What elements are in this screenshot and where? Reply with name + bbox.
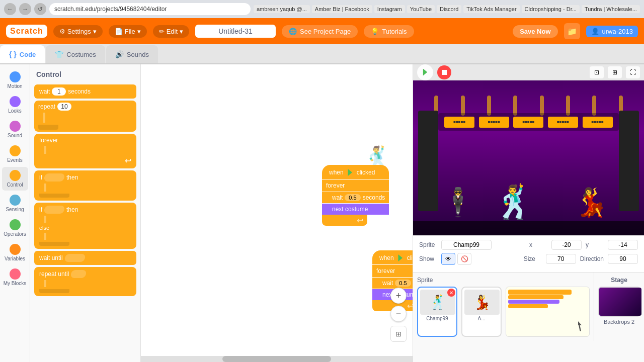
see-project-button[interactable]: 🌐 See Project Page — [282, 25, 358, 38]
bookmark-2[interactable]: Instagram — [374, 5, 405, 13]
script-stack-1[interactable]: when clicked forever wait 0.5 seconds ne… — [322, 165, 389, 226]
stage-area: ⊡ ⊞ ⛶ — [413, 64, 644, 235]
chevron-down-icon: ▾ — [137, 28, 141, 35]
sprite-name-2: A... — [464, 316, 499, 321]
settings-menu[interactable]: ⚙ Settings ▾ — [53, 25, 103, 38]
next-costume-block-1[interactable]: next costume — [322, 204, 389, 215]
show-hidden-button[interactable]: 🚫 — [457, 253, 471, 265]
size-label: Size — [524, 255, 542, 262]
script-area[interactable]: 🕺 when clicked forever wait 0.5 seconds — [141, 64, 413, 362]
y-input[interactable] — [608, 240, 638, 250]
direction-input[interactable] — [608, 254, 638, 264]
green-flag-stage-icon — [422, 69, 429, 76]
edit-menu[interactable]: ✏ Edit ▾ — [153, 25, 189, 38]
category-looks[interactable]: Looks — [2, 93, 28, 117]
browser-bar: ← → ↺ scratch.mit.edu/projects/945682404… — [0, 0, 644, 18]
bookmark-7[interactable]: Tundra | Wholesale... — [582, 5, 640, 13]
large-view-button[interactable]: ⊞ — [608, 66, 622, 78]
globe-icon: 🌐 — [289, 28, 297, 35]
performer-right: 💃 — [574, 186, 609, 219]
tutorials-button[interactable]: 💡 Tutorials — [364, 25, 414, 38]
sprite-delete-button-1[interactable]: ✕ — [447, 289, 455, 297]
scroll-reset-button[interactable]: ⊞ — [390, 326, 407, 342]
hat-block-2[interactable]: when clicked — [372, 250, 413, 264]
control-dot — [10, 170, 21, 181]
forever-block-1[interactable]: forever — [322, 179, 389, 192]
sprite-thumbnail-2: 💃 — [464, 290, 500, 315]
show-visible-button[interactable]: 👁 — [441, 253, 455, 265]
motion-dot — [10, 71, 21, 82]
right-panel: ⊡ ⊞ ⛶ — [413, 64, 644, 362]
green-flag-button[interactable] — [417, 64, 433, 80]
scrollbar-thumb[interactable] — [222, 356, 331, 362]
x-label: x — [529, 241, 547, 248]
sprite-item-champ99[interactable]: ✕ 🕺 Champ99 — [417, 287, 457, 337]
back-button[interactable]: ← — [4, 3, 16, 15]
category-events[interactable]: Events — [2, 142, 28, 166]
bookmark-4[interactable]: Discord — [437, 5, 461, 13]
performer-left: 🕴 — [441, 186, 475, 219]
tab-costumes[interactable]: 👕 Costumes — [46, 45, 105, 63]
categories-panel: Motion Looks Sound Events Control Sensin… — [0, 64, 30, 362]
category-motion[interactable]: Motion — [2, 68, 28, 92]
sprite-item-2[interactable]: 💃 A... — [461, 287, 502, 337]
if-else-block[interactable]: if then else — [34, 203, 136, 249]
stage-canvas[interactable]: ■■■■■ ■■■■■ ■■■■■ ■■■■■ ■■■■■ 🕴 🕺 💃 👥👥👥👥… — [413, 80, 644, 235]
url-bar[interactable]: scratch.mit.edu/projects/945682404/edito… — [49, 3, 251, 15]
sprite-name-input[interactable] — [441, 240, 492, 250]
tab-code[interactable]: { } Code — [0, 45, 45, 63]
category-sound[interactable]: Sound — [2, 118, 28, 141]
stage-label: Stage — [598, 277, 640, 284]
forward-button[interactable]: → — [19, 3, 31, 15]
operators-dot — [10, 219, 21, 230]
bookmark-6[interactable]: Cldropshipping - Dr... — [522, 5, 580, 13]
if-then-block[interactable]: if then — [34, 170, 136, 201]
wait-block[interactable]: wait 1 seconds — [34, 84, 136, 99]
category-sensing[interactable]: Sensing — [2, 192, 28, 215]
bookmarks-bar: ambreen yaqub @... Amber Biz | Facebook … — [254, 5, 640, 13]
bookmark-0[interactable]: ambreen yaqub @... — [254, 5, 310, 13]
hat-block-1[interactable]: when clicked — [322, 165, 389, 179]
stage-section: Stage Backdrops 2 — [594, 273, 644, 341]
zoom-out-button[interactable]: − — [390, 306, 407, 322]
category-operators[interactable]: Operators — [2, 216, 28, 240]
file-menu[interactable]: 📄 File ▾ — [109, 25, 147, 38]
x-input[interactable] — [551, 240, 582, 250]
horizontal-scrollbar[interactable] — [141, 356, 413, 362]
script-thumbnail — [506, 287, 590, 337]
wait-block-2[interactable]: wait 0.5 seconds — [372, 278, 413, 289]
file-icon: 📄 — [115, 28, 123, 35]
sprite-list-header: Sprite — [417, 277, 590, 284]
variables-dot — [10, 244, 21, 255]
looks-dot — [10, 96, 21, 107]
forever-block[interactable]: forever ↩ — [34, 134, 136, 168]
refresh-button[interactable]: ↺ — [34, 3, 46, 15]
repeat-until-block[interactable]: repeat until — [34, 267, 136, 296]
save-now-button[interactable]: Save Now — [513, 25, 557, 38]
folder-icon[interactable]: 📁 — [564, 23, 580, 39]
wait-block-1[interactable]: wait 0.5 seconds — [322, 192, 389, 203]
normal-view-button[interactable]: ⊡ — [590, 66, 604, 78]
category-control[interactable]: Control — [2, 167, 28, 191]
wait-until-block[interactable]: wait until — [34, 251, 136, 265]
sprite-items: ✕ 🕺 Champ99 💃 A... — [417, 287, 590, 337]
stop-button[interactable] — [437, 65, 451, 79]
right-speaker — [619, 111, 639, 211]
fullscreen-button[interactable]: ⛶ — [626, 66, 640, 78]
bookmark-3[interactable]: YouTube — [407, 5, 435, 13]
scratch-logo[interactable]: Scratch — [6, 25, 47, 38]
bookmark-1[interactable]: Amber Biz | Facebook — [312, 5, 372, 13]
mouse-cursor — [578, 321, 584, 331]
repeat-block[interactable]: repeat 10 — [34, 101, 136, 132]
zoom-in-button[interactable]: + — [390, 288, 407, 304]
project-name-input[interactable]: Untitled-31 — [195, 25, 276, 38]
bookmark-5[interactable]: TikTok Ads Manager — [463, 5, 519, 13]
tab-sounds[interactable]: 🔊 Sounds — [106, 45, 158, 63]
forever-block-2[interactable]: forever — [372, 265, 413, 277]
script-canvas: 🕺 when clicked forever wait 0.5 seconds — [141, 64, 413, 362]
size-input[interactable] — [546, 254, 576, 264]
user-avatar[interactable]: 👤 urwa-2013 — [586, 26, 638, 37]
stage-thumbnail[interactable] — [598, 287, 640, 317]
category-variables[interactable]: Variables — [2, 241, 28, 264]
category-myblocks[interactable]: My Blocks — [2, 265, 28, 289]
